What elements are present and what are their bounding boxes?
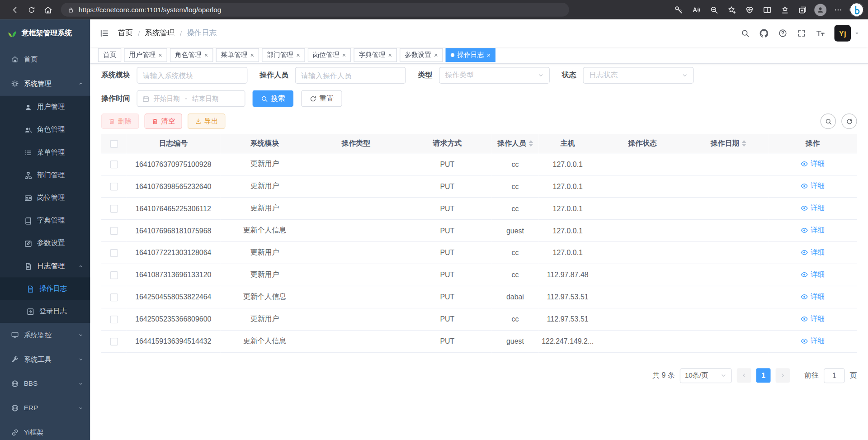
breadcrumb-home[interactable]: 首页 (118, 28, 133, 38)
tab-role-management[interactable]: 角色管理× (170, 48, 213, 62)
close-icon[interactable]: × (342, 52, 346, 58)
sidebar-item-operation-log[interactable]: 操作日志 (0, 277, 90, 300)
sidebar-item-log-management[interactable]: 日志管理 (0, 255, 90, 277)
col-date[interactable]: 操作日期 (688, 134, 769, 153)
operator-input[interactable] (295, 67, 406, 84)
github-icon[interactable] (755, 19, 774, 47)
row-checkbox[interactable] (110, 338, 118, 345)
browser-back-button[interactable] (7, 2, 24, 17)
close-icon[interactable]: × (388, 52, 392, 58)
sidebar-item-bbs[interactable]: BBS (0, 372, 90, 396)
favorites-icon[interactable] (777, 2, 793, 17)
module-input[interactable] (137, 67, 247, 84)
tab-menu-management[interactable]: 菜单管理× (216, 48, 259, 62)
type-select[interactable]: 操作类型 (439, 67, 550, 84)
sidebar-item-role-management[interactable]: 角色管理 (0, 118, 90, 141)
toggle-search-button[interactable] (821, 114, 836, 129)
browser-profile-avatar[interactable] (812, 2, 829, 17)
browser-home-button[interactable] (40, 2, 57, 17)
close-icon[interactable]: × (250, 52, 255, 58)
row-checkbox[interactable] (110, 293, 118, 301)
search-button[interactable]: 搜索 (252, 90, 293, 107)
help-icon[interactable] (774, 19, 793, 47)
close-icon[interactable]: × (486, 52, 491, 58)
next-page-button[interactable] (776, 368, 790, 383)
detail-link[interactable]: 详细 (801, 159, 825, 169)
tab-home[interactable]: 首页 (98, 48, 121, 62)
sidebar-item-system-monitor[interactable]: 系统监控 (0, 323, 90, 347)
close-icon[interactable]: × (296, 52, 300, 58)
sidebar-item-param-settings[interactable]: 参数设置 (0, 232, 90, 255)
sidebar-item-erp[interactable]: ERP (0, 396, 90, 421)
row-checkbox[interactable] (110, 249, 118, 257)
password-key-icon[interactable] (670, 2, 687, 17)
sort-icon[interactable] (741, 140, 746, 147)
sidebar-item-login-log[interactable]: 登录日志 (0, 300, 90, 323)
split-screen-icon[interactable] (759, 2, 776, 17)
user-avatar[interactable]: Yj (834, 25, 851, 42)
tab-user-management[interactable]: 用户管理× (124, 48, 167, 62)
sidebar-toggle-icon[interactable] (90, 19, 118, 47)
tab-param-settings[interactable]: 参数设置× (400, 48, 443, 62)
detail-link[interactable]: 详细 (801, 314, 825, 324)
close-icon[interactable]: × (158, 52, 162, 58)
row-checkbox[interactable] (110, 316, 118, 323)
row-checkbox[interactable] (110, 271, 118, 279)
refresh-table-button[interactable] (841, 114, 857, 129)
breadcrumb-system[interactable]: 系统管理 (145, 28, 175, 38)
search-icon[interactable] (736, 19, 755, 47)
browser-refresh-button[interactable] (23, 2, 40, 17)
row-checkbox[interactable] (110, 161, 118, 168)
detail-link[interactable]: 详细 (801, 336, 825, 346)
zoom-icon[interactable] (706, 2, 722, 17)
detail-link[interactable]: 详细 (801, 247, 825, 257)
page-size-select[interactable]: 10条/页 (680, 368, 732, 383)
fullscreen-icon[interactable] (792, 19, 811, 47)
page-number-button[interactable]: 1 (756, 368, 771, 383)
tab-operation-log[interactable]: 操作日志× (446, 48, 495, 62)
export-button[interactable]: 导出 (188, 114, 225, 129)
row-checkbox[interactable] (110, 227, 118, 235)
reset-button[interactable]: 重置 (301, 90, 342, 107)
date-range-input[interactable]: 开始日期 - 结束日期 (137, 90, 245, 107)
browser-menu-icon[interactable] (830, 2, 847, 17)
sidebar-item-dict-management[interactable]: 字典管理 (0, 209, 90, 232)
goto-page-input[interactable] (824, 368, 845, 383)
sidebar-item-post-management[interactable]: 岗位管理 (0, 187, 90, 209)
delete-button[interactable]: 删除 (101, 114, 139, 129)
read-aloud-icon[interactable] (688, 2, 705, 17)
tab-post-management[interactable]: 岗位管理× (308, 48, 351, 62)
row-checkbox[interactable] (110, 205, 118, 213)
prev-page-button[interactable] (737, 368, 751, 383)
detail-link[interactable]: 详细 (801, 292, 825, 302)
detail-link[interactable]: 详细 (801, 181, 825, 191)
avatar-caret-down-icon[interactable] (854, 30, 860, 37)
collections-icon[interactable] (794, 2, 811, 17)
sidebar-item-menu-management[interactable]: 菜单管理 (0, 141, 90, 164)
clear-button[interactable]: 清空 (145, 114, 182, 129)
select-all-checkbox[interactable] (110, 140, 118, 147)
close-icon[interactable]: × (204, 52, 208, 58)
sort-icon[interactable] (528, 140, 533, 147)
bing-copilot-icon[interactable] (850, 3, 864, 17)
detail-link[interactable]: 详细 (801, 203, 825, 213)
detail-link[interactable]: 详细 (801, 225, 825, 235)
font-size-icon[interactable] (811, 19, 830, 47)
tab-department-management[interactable]: 部门管理× (262, 48, 305, 62)
sidebar-item-department-management[interactable]: 部门管理 (0, 164, 90, 186)
add-favorite-icon[interactable] (723, 2, 740, 17)
sidebar-item-yi-framework[interactable]: Yi框架 (0, 420, 90, 440)
eye-icon (801, 248, 808, 256)
row-checkbox[interactable] (110, 183, 118, 190)
col-operator[interactable]: 操作人员 (491, 134, 538, 153)
sidebar-item-system-management[interactable]: 系统管理 (0, 71, 90, 96)
tab-dict-management[interactable]: 字典管理× (354, 48, 397, 62)
detail-link[interactable]: 详细 (801, 270, 825, 279)
status-select[interactable]: 日志状态 (583, 67, 693, 84)
sidebar-item-user-management[interactable]: 用户管理 (0, 96, 90, 118)
address-bar[interactable]: https://ccnetcore.com:1101/system/log/op… (61, 3, 569, 17)
close-icon[interactable]: × (434, 52, 438, 58)
browser-essentials-icon[interactable] (741, 2, 758, 17)
sidebar-item-system-tools[interactable]: 系统工具 (0, 347, 90, 372)
sidebar-item-home[interactable]: 首页 (0, 47, 90, 71)
